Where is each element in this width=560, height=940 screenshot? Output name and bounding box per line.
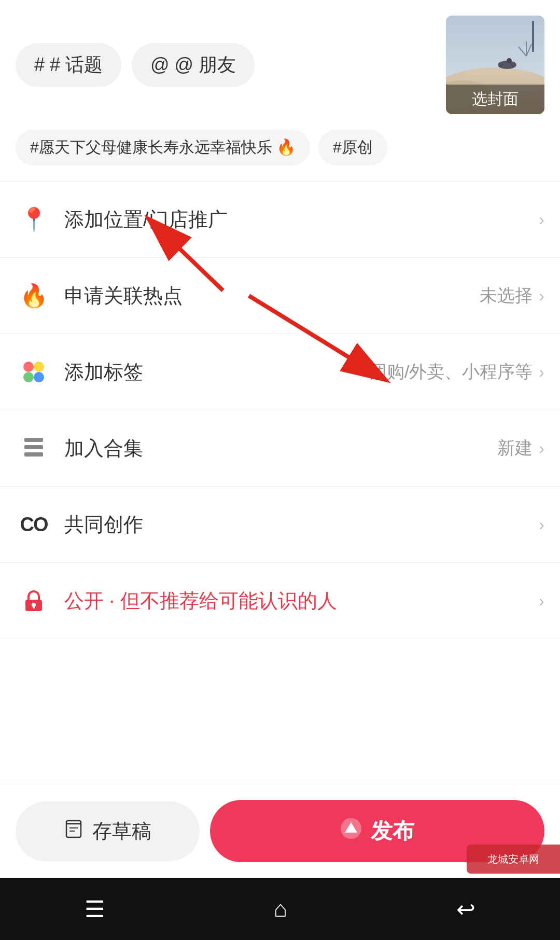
- mention-label: @ 朋友: [175, 52, 236, 78]
- hotspot-value: 未选择: [480, 284, 533, 308]
- svg-rect-17: [24, 452, 43, 457]
- menu-item-privacy[interactable]: 公开 · 但不推荐给可能认识的人 ›: [0, 563, 560, 639]
- co-create-icon: CO: [16, 506, 52, 543]
- privacy-label: 公开 · 但不推荐给可能认识的人: [64, 588, 539, 614]
- watermark-text: 龙城安卓网: [487, 852, 539, 866]
- nav-home-icon[interactable]: ⌂: [274, 896, 288, 922]
- hashtag-label: # 话题: [50, 52, 103, 78]
- collection-icon: [16, 430, 52, 466]
- hashtag-button[interactable]: # # 话题: [16, 43, 121, 87]
- menu-item-co-create[interactable]: CO 共同创作 ›: [0, 487, 560, 563]
- hotspot-chevron: ›: [539, 286, 544, 306]
- tags-value: 团购/外卖、小程序等: [369, 360, 533, 384]
- tags-chevron: ›: [539, 363, 544, 382]
- collection-value: 新建: [497, 436, 533, 460]
- hashtag-icon: #: [34, 54, 45, 76]
- draft-label: 存草稿: [92, 818, 151, 845]
- menu-list: 📍 添加位置/门店推广 › 🔥 申请关联热点 未选择 › 添加标签 团购/外卖、…: [0, 182, 560, 639]
- svg-rect-16: [24, 445, 43, 449]
- menu-item-location[interactable]: 📍 添加位置/门店推广 ›: [0, 182, 560, 258]
- privacy-chevron: ›: [539, 591, 544, 611]
- svg-point-11: [23, 362, 34, 372]
- svg-rect-15: [24, 438, 43, 442]
- collection-label: 加入合集: [64, 435, 497, 462]
- mention-button[interactable]: @ @ 朋友: [132, 43, 255, 87]
- draft-icon: [63, 819, 84, 844]
- publish-label: 发布: [371, 817, 414, 846]
- nav-menu-icon[interactable]: ☰: [85, 896, 105, 922]
- menu-item-tags[interactable]: 添加标签 团购/外卖、小程序等 ›: [0, 334, 560, 410]
- tags-label: 添加标签: [64, 359, 369, 385]
- menu-item-hotspot[interactable]: 🔥 申请关联热点 未选择 ›: [0, 258, 560, 334]
- publish-icon: [340, 817, 362, 845]
- svg-point-14: [34, 372, 44, 382]
- privacy-lock-icon: [16, 583, 52, 619]
- tag-text-1: #原创: [333, 137, 373, 158]
- hotspot-icon: 🔥: [16, 278, 52, 314]
- top-section: # # 话题 @ @ 朋友: [0, 0, 560, 165]
- nav-bar: ☰ ⌂ ↩: [0, 878, 560, 940]
- menu-item-collection[interactable]: 加入合集 新建 ›: [0, 410, 560, 487]
- hotspot-label: 申请关联热点: [64, 283, 480, 309]
- location-chevron: ›: [539, 210, 544, 229]
- svg-rect-20: [33, 605, 35, 609]
- location-label: 添加位置/门店推广: [64, 206, 539, 233]
- co-create-chevron: ›: [539, 515, 544, 534]
- svg-point-12: [34, 362, 44, 372]
- svg-point-8: [507, 58, 512, 63]
- tag-text-0: #愿天下父母健康长寿永远幸福快乐 🔥: [30, 137, 296, 158]
- cover-label: 选封面: [446, 85, 544, 114]
- location-icon: 📍: [16, 201, 52, 238]
- co-create-label: 共同创作: [64, 512, 539, 538]
- tags-icon: [16, 354, 52, 390]
- nav-back-icon[interactable]: ↩: [456, 896, 475, 922]
- watermark: 龙城安卓网: [467, 845, 560, 874]
- tag-item-1[interactable]: #原创: [318, 130, 387, 165]
- toolbar-row: # # 话题 @ @ 朋友: [16, 16, 544, 114]
- tags-row: #愿天下父母健康长寿永远幸福快乐 🔥 #原创: [16, 130, 544, 165]
- draft-button[interactable]: 存草稿: [16, 801, 200, 861]
- svg-point-13: [23, 372, 34, 382]
- tag-item-0[interactable]: #愿天下父母健康长寿永远幸福快乐 🔥: [16, 130, 310, 165]
- collection-chevron: ›: [539, 439, 544, 458]
- mention-icon: @: [150, 54, 170, 76]
- cover-button[interactable]: 选封面: [446, 16, 544, 114]
